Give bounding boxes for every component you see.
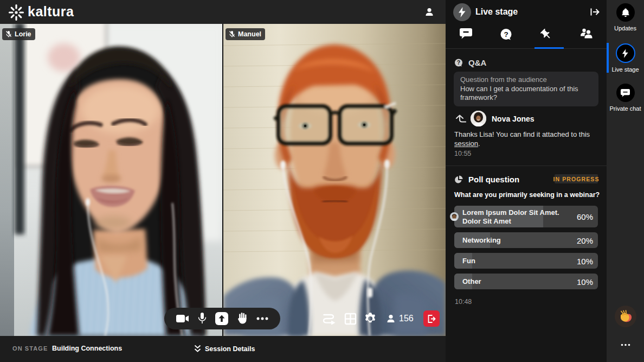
svg-text:?: ? — [504, 30, 508, 39]
svg-text:?: ? — [457, 59, 460, 66]
